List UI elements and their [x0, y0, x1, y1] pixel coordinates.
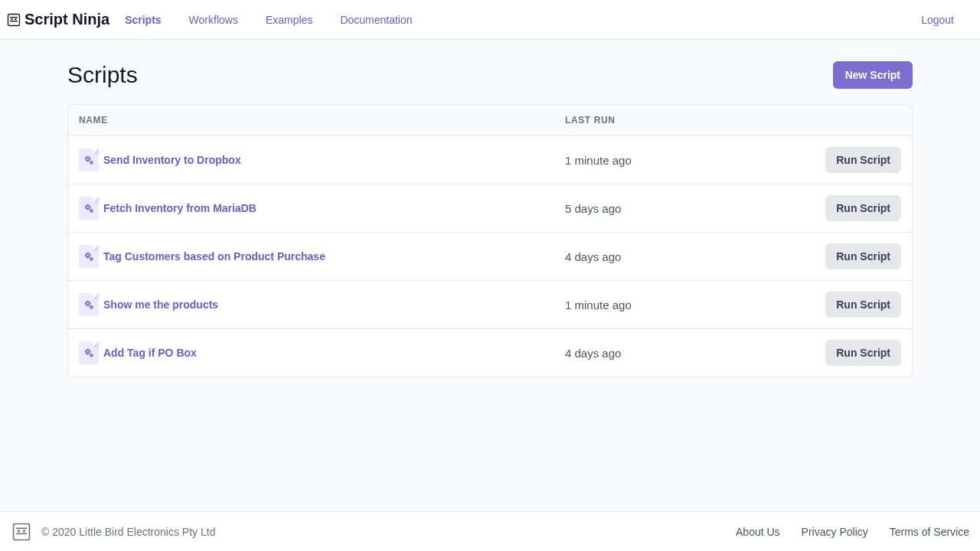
run-script-button[interactable]: Run Script — [825, 340, 901, 366]
svg-point-6 — [90, 210, 93, 212]
script-file-icon — [79, 245, 99, 268]
brand-name: Script Ninja — [24, 11, 109, 28]
script-file-icon — [79, 341, 99, 364]
svg-point-14 — [18, 530, 20, 532]
svg-point-2 — [15, 18, 16, 20]
scripts-table: Name Last Run Send Inventory to Dropbox … — [67, 104, 913, 377]
logout-link[interactable]: Logout — [921, 14, 972, 26]
main-nav: Scripts Workflows Examples Documentation — [125, 14, 412, 26]
col-header-last-run: Last Run — [565, 115, 795, 126]
svg-rect-0 — [8, 14, 20, 25]
script-name-link[interactable]: Tag Customers based on Product Purchase — [103, 250, 325, 262]
run-script-button[interactable]: Run Script — [825, 292, 901, 318]
last-run-text: 1 minute ago — [565, 298, 795, 311]
nav-scripts[interactable]: Scripts — [125, 14, 161, 26]
copyright-text: © 2020 Little Bird Electronics Pty Ltd — [41, 526, 215, 538]
footer-links: About Us Privacy Policy Terms of Service — [736, 526, 969, 538]
run-script-button[interactable]: Run Script — [825, 195, 901, 221]
table-row: Show me the products 1 minute ago Run Sc… — [68, 281, 912, 329]
page-title: Scripts — [67, 62, 138, 88]
main-content: Scripts New Script Name Last Run Send In… — [0, 40, 980, 511]
svg-point-5 — [87, 206, 90, 209]
svg-point-10 — [90, 306, 93, 308]
svg-point-11 — [87, 350, 90, 354]
table-row: Fetch Inventory from MariaDB 5 days ago … — [68, 184, 912, 233]
svg-point-7 — [87, 254, 90, 257]
svg-point-4 — [90, 161, 93, 164]
table-row: Add Tag if PO Box 4 days ago Run Script — [68, 329, 912, 377]
script-name-link[interactable]: Add Tag if PO Box — [103, 347, 197, 359]
table-row: Tag Customers based on Product Purchase … — [68, 233, 912, 281]
footer: © 2020 Little Bird Electronics Pty Ltd A… — [0, 511, 980, 551]
footer-terms-link[interactable]: Terms of Service — [890, 526, 969, 538]
script-file-icon — [79, 293, 99, 316]
run-script-button[interactable]: Run Script — [825, 243, 901, 269]
nav-documentation[interactable]: Documentation — [340, 14, 412, 26]
ninja-logo-icon — [6, 12, 21, 28]
svg-point-15 — [23, 530, 25, 532]
footer-about-link[interactable]: About Us — [736, 526, 780, 538]
last-run-text: 5 days ago — [565, 202, 795, 215]
last-run-text: 4 days ago — [565, 347, 795, 360]
svg-rect-13 — [14, 523, 30, 540]
ninja-logo-icon — [11, 521, 32, 543]
table-header: Name Last Run — [68, 105, 912, 136]
script-name-link[interactable]: Send Inventory to Dropbox — [103, 154, 241, 166]
svg-point-9 — [87, 302, 90, 305]
last-run-text: 1 minute ago — [565, 154, 795, 167]
svg-point-8 — [90, 258, 93, 260]
svg-point-1 — [11, 18, 12, 20]
last-run-text: 4 days ago — [565, 250, 795, 263]
script-file-icon — [79, 197, 99, 220]
brand[interactable]: Script Ninja — [6, 11, 109, 28]
script-name-link[interactable]: Show me the products — [103, 298, 218, 311]
topbar: Script Ninja Scripts Workflows Examples … — [0, 0, 980, 40]
nav-workflows[interactable]: Workflows — [189, 14, 238, 26]
footer-privacy-link[interactable]: Privacy Policy — [802, 526, 868, 538]
script-name-link[interactable]: Fetch Inventory from MariaDB — [103, 202, 256, 214]
col-header-name: Name — [79, 115, 565, 126]
run-script-button[interactable]: Run Script — [825, 147, 901, 173]
script-file-icon — [79, 148, 99, 171]
page-header: Scripts New Script — [67, 61, 913, 89]
svg-point-3 — [87, 158, 90, 161]
svg-point-12 — [90, 354, 93, 357]
table-row: Send Inventory to Dropbox 1 minute ago R… — [68, 136, 912, 184]
nav-examples[interactable]: Examples — [266, 14, 312, 26]
new-script-button[interactable]: New Script — [833, 61, 913, 89]
